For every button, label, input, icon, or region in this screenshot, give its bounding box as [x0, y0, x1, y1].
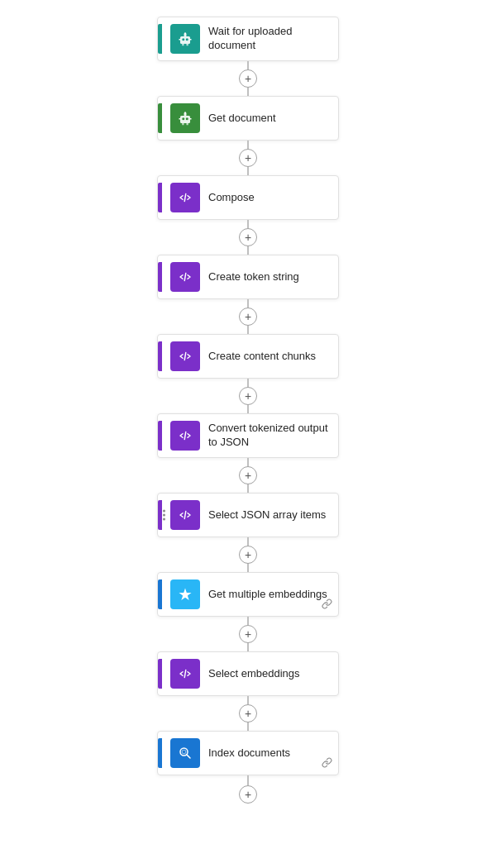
step-select-json[interactable]: Select JSON array items [157, 493, 339, 537]
connector-line-top [247, 617, 249, 625]
svg-rect-5 [182, 44, 184, 45]
svg-point-2 [186, 38, 188, 41]
connector-7: + [239, 617, 257, 651]
connector-4: + [239, 379, 257, 413]
step-select-json-icon [170, 500, 200, 530]
step-wait-label: Wait for uploaded document [208, 25, 330, 53]
add-step-button-7[interactable]: + [239, 625, 257, 643]
connector-line-bottom [247, 167, 249, 175]
connector-line-bottom [247, 88, 249, 96]
svg-point-11 [186, 117, 188, 120]
step-select-embeddings[interactable]: Select embeddings [157, 651, 339, 696]
step-get-doc-label: Get document [208, 112, 330, 126]
step-embeddings-icon [170, 579, 200, 609]
step-get-doc[interactable]: Get document [157, 96, 339, 141]
step-wait[interactable]: Wait for uploaded document [157, 17, 339, 61]
connector-line-bottom [247, 723, 249, 731]
step-get-doc-icon [170, 103, 200, 133]
step-select-json-label: Select JSON array items [208, 508, 330, 522]
svg-point-10 [182, 117, 184, 120]
step-convert-json-icon [170, 421, 200, 451]
add-step-button-8[interactable]: + [239, 704, 257, 723]
svg-rect-15 [187, 123, 188, 125]
step-convert-json[interactable]: Convert tokenized output to JSON [157, 413, 339, 458]
connector-1: + [239, 141, 257, 175]
add-step-button-2[interactable]: + [239, 228, 257, 246]
svg-rect-6 [187, 44, 188, 45]
step-token-string[interactable]: Create token string [157, 255, 339, 299]
connector-line-bottom [247, 326, 249, 334]
final-connector: + [239, 775, 257, 810]
dots-indicator [163, 510, 165, 521]
final-connector-line [247, 775, 249, 785]
step-content-chunks[interactable]: Create content chunks [157, 334, 339, 379]
step-token-string-icon [170, 262, 200, 292]
connector-line-top [247, 537, 249, 546]
add-step-button-4[interactable]: + [239, 387, 257, 405]
step-convert-json-label: Convert tokenized output to JSON [208, 422, 330, 450]
svg-point-19 [182, 750, 186, 754]
step-embeddings[interactable]: Get multiple embeddings [157, 572, 339, 617]
connector-line-top [247, 61, 249, 69]
svg-rect-9 [180, 116, 190, 123]
svg-rect-0 [180, 36, 190, 44]
add-step-button-3[interactable]: + [239, 308, 257, 326]
connector-line-bottom [247, 405, 249, 413]
step-compose-icon [170, 183, 200, 212]
step-content-chunks-icon [170, 341, 200, 371]
add-step-button-0[interactable]: + [239, 69, 257, 88]
add-step-button-final[interactable]: + [239, 785, 257, 804]
add-step-button-1[interactable]: + [239, 149, 257, 167]
connector-8: + [239, 696, 257, 731]
svg-point-13 [184, 112, 186, 113]
connector-6: + [239, 537, 257, 572]
svg-point-1 [182, 38, 184, 41]
step-token-string-label: Create token string [208, 270, 330, 284]
step-embeddings-link-icon [322, 599, 332, 612]
flow-container: Wait for uploaded document+ Get document… [0, 17, 496, 810]
step-wait-icon [170, 24, 200, 54]
connector-line-top [247, 220, 249, 228]
step-compose-label: Compose [208, 191, 330, 205]
add-step-button-6[interactable]: + [239, 546, 257, 564]
connector-line-bottom [247, 246, 249, 255]
step-index-docs-icon [170, 738, 200, 768]
step-embeddings-label: Get multiple embeddings [208, 588, 330, 602]
connector-line-top [247, 299, 249, 308]
connector-2: + [239, 220, 257, 255]
connector-5: + [239, 458, 257, 493]
connector-line-bottom [247, 484, 249, 493]
step-content-chunks-label: Create content chunks [208, 350, 330, 364]
svg-rect-14 [182, 123, 184, 125]
connector-line-top [247, 141, 249, 149]
step-index-docs-link-icon [322, 757, 332, 770]
connector-line-top [247, 379, 249, 387]
connector-0: + [239, 61, 257, 96]
step-select-embeddings-icon [170, 659, 200, 689]
step-compose[interactable]: Compose [157, 175, 339, 220]
step-select-embeddings-label: Select embeddings [208, 667, 330, 681]
step-index-docs-label: Index documents [208, 746, 330, 761]
step-index-docs[interactable]: Index documents [157, 731, 339, 775]
connector-3: + [239, 299, 257, 334]
connector-line-top [247, 696, 249, 704]
add-step-button-5[interactable]: + [239, 466, 257, 484]
connector-line-bottom [247, 643, 249, 651]
svg-point-4 [184, 32, 186, 34]
connector-line-bottom [247, 564, 249, 572]
connector-line-top [247, 458, 249, 466]
